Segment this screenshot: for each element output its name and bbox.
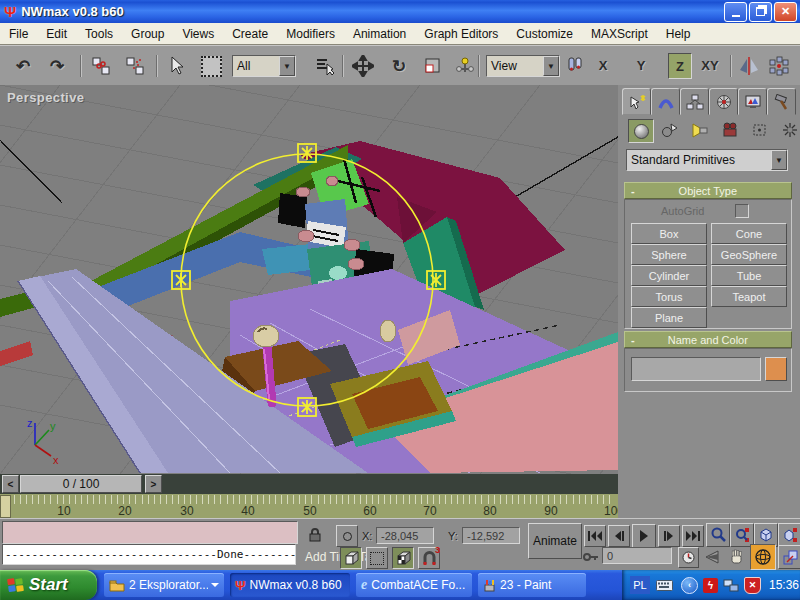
tray-app-icon[interactable]: ϟ [703, 578, 718, 593]
primitive-box-button[interactable]: Box [631, 223, 707, 244]
y-coordinate-field[interactable]: -12,592 [462, 527, 520, 544]
selection-filter-dropdown[interactable]: All ▼ [232, 55, 296, 77]
select-and-move-button[interactable] [350, 53, 376, 79]
primitive-teapot-button[interactable]: Teapot [711, 286, 787, 307]
tab-hierarchy[interactable] [680, 88, 709, 115]
autogrid-checkbox[interactable] [735, 204, 749, 218]
security-alert-shield-icon[interactable]: ✕ [744, 577, 761, 594]
menu-graph-editors[interactable]: Graph Editors [415, 25, 507, 43]
selection-region-button[interactable] [198, 53, 224, 79]
minimize-button[interactable] [724, 2, 747, 22]
keyboard-icon[interactable] [656, 580, 673, 591]
primitive-cone-button[interactable]: Cone [711, 223, 787, 244]
snap-magnet-button[interactable]: 3 [418, 547, 440, 569]
object-type-rollout-header[interactable]: - Object Type [624, 182, 792, 199]
go-to-start-button[interactable] [584, 525, 606, 547]
select-and-manipulate-button[interactable] [452, 53, 478, 79]
absolute-offset-mode-button[interactable] [336, 525, 358, 547]
task-combatace[interactable]: e CombatACE Fo... [356, 573, 472, 597]
time-slider-next-arrow[interactable]: > [145, 475, 162, 493]
hide-tray-icons-button[interactable]: ‹ [681, 577, 698, 594]
track-bar[interactable]: 10 20 30 40 50 60 70 80 90 100 [0, 494, 618, 519]
restrict-y-button[interactable]: Y [630, 53, 652, 77]
maxscript-listener-pink[interactable] [2, 521, 298, 544]
start-button[interactable]: Start [0, 570, 97, 600]
category-geometry-button[interactable] [628, 119, 654, 143]
restrict-xy-plane-button[interactable]: XY [696, 53, 724, 77]
arc-rotate-button[interactable] [750, 544, 776, 570]
select-by-name-button[interactable] [312, 53, 338, 79]
field-of-view-button[interactable] [702, 547, 722, 567]
primitive-torus-button[interactable]: Torus [631, 286, 707, 307]
primitives-category-dropdown[interactable]: Standard Primitives ▼ [626, 149, 788, 171]
menu-maxscript[interactable]: MAXScript [582, 25, 657, 43]
redo-button[interactable]: ↷ [44, 53, 70, 79]
primitive-tube-button[interactable]: Tube [711, 265, 787, 286]
task-nwmax[interactable]: Ψ NWmax v0.8 b60 [230, 573, 350, 597]
pan-view-button[interactable] [726, 547, 746, 567]
key-mode-icon[interactable] [582, 549, 600, 565]
trackbar-frame-marker[interactable] [0, 495, 11, 518]
object-color-swatch[interactable] [765, 357, 787, 381]
next-frame-button[interactable] [658, 525, 680, 547]
language-indicator[interactable]: PL [630, 576, 650, 594]
task-paint[interactable]: 23 - Paint [478, 573, 586, 597]
network-status-icon[interactable] [723, 579, 739, 592]
select-and-rotate-button[interactable]: ↻ [386, 53, 412, 79]
play-animation-button[interactable] [632, 524, 656, 548]
menu-customize[interactable]: Customize [507, 25, 582, 43]
time-slider-button[interactable]: 0 / 100 [20, 475, 142, 493]
window-crossing-button[interactable] [366, 547, 388, 569]
menu-help[interactable]: Help [657, 25, 700, 43]
close-button[interactable]: ✕ [774, 2, 797, 22]
category-cameras-button[interactable] [718, 119, 742, 141]
previous-frame-button[interactable] [608, 525, 630, 547]
menu-file[interactable]: File [0, 25, 37, 43]
select-and-scale-button[interactable] [420, 53, 446, 79]
current-frame-field[interactable]: 0 [602, 547, 672, 564]
snap-toggle-3d-button[interactable] [340, 547, 362, 569]
maxscript-listener-output[interactable]: --------------------------------Done----… [2, 544, 296, 565]
category-helpers-button[interactable] [748, 119, 772, 141]
use-center-button[interactable] [562, 53, 588, 79]
tab-motion[interactable] [709, 88, 738, 115]
mirror-button[interactable] [736, 53, 762, 79]
select-and-link-icon[interactable] [88, 53, 114, 79]
selection-lock-icon[interactable] [308, 527, 322, 543]
reference-coordsys-arrow[interactable]: ▼ [543, 56, 559, 76]
primitive-geosphere-button[interactable]: GeoSphere [711, 244, 787, 265]
primitive-cylinder-button[interactable]: Cylinder [631, 265, 707, 286]
title-bar[interactable]: Ψ NWmax v0.8 b60 ✕ [0, 0, 800, 23]
menu-animation[interactable]: Animation [344, 25, 415, 43]
selection-filter-arrow[interactable]: ▼ [279, 56, 295, 76]
tab-display[interactable] [738, 88, 767, 115]
clock[interactable]: 15:36 [769, 578, 799, 592]
time-configuration-button[interactable] [678, 547, 699, 568]
go-to-end-button[interactable] [682, 525, 704, 547]
percent-snap-button[interactable] [392, 547, 414, 569]
menu-tools[interactable]: Tools [76, 25, 122, 43]
primitive-plane-button[interactable]: Plane [631, 307, 707, 328]
restrict-z-button[interactable]: Z [668, 53, 692, 79]
menu-views[interactable]: Views [173, 25, 223, 43]
animate-button[interactable]: Animate [528, 523, 582, 559]
task-explorer-group[interactable]: 2 Eksplorator... [104, 573, 224, 597]
array-button[interactable] [766, 53, 792, 79]
category-spacewarps-button[interactable] [778, 119, 800, 141]
restrict-x-button[interactable]: X [592, 53, 614, 77]
time-slider-prev-arrow[interactable]: < [2, 475, 19, 493]
tab-utilities[interactable] [767, 88, 796, 115]
name-color-rollout-header[interactable]: - Name and Color [624, 331, 792, 348]
zoom-tool-button[interactable] [706, 523, 730, 547]
x-coordinate-field[interactable]: -28,045 [376, 527, 434, 544]
tab-create[interactable] [622, 88, 651, 115]
primitive-sphere-button[interactable]: Sphere [631, 244, 707, 265]
select-object-button[interactable] [164, 53, 190, 79]
unlink-selection-icon[interactable] [122, 53, 148, 79]
menu-create[interactable]: Create [223, 25, 277, 43]
undo-button[interactable]: ↶ [10, 53, 36, 79]
menu-edit[interactable]: Edit [37, 25, 76, 43]
menu-group[interactable]: Group [122, 25, 173, 43]
primitives-category-arrow[interactable]: ▼ [771, 150, 787, 170]
menu-modifiers[interactable]: Modifiers [277, 25, 344, 43]
